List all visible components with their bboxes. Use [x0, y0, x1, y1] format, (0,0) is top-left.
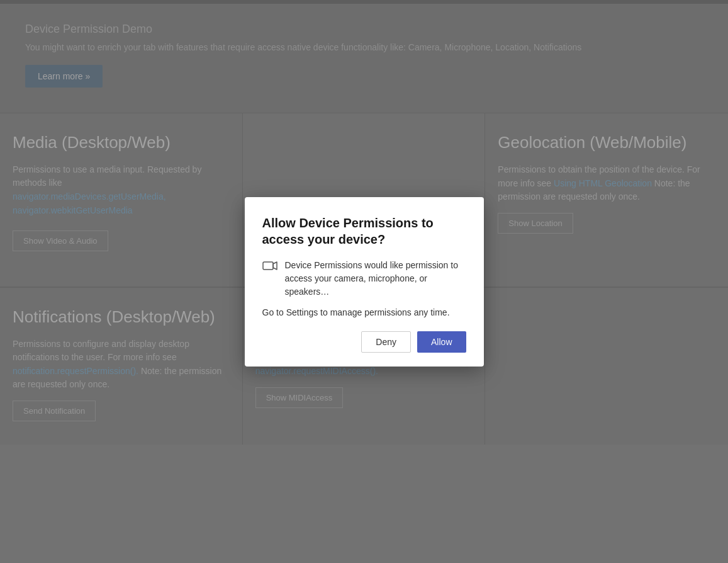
svg-marker-1 — [273, 262, 277, 270]
modal-body: Device Permissions would like permission… — [262, 259, 466, 299]
deny-button[interactable]: Deny — [361, 331, 411, 353]
allow-button[interactable]: Allow — [417, 331, 466, 353]
svg-rect-0 — [263, 262, 273, 270]
modal-body-text: Device Permissions would like permission… — [285, 259, 466, 299]
modal-buttons: Deny Allow — [262, 331, 466, 353]
modal-overlay: Allow Device Permissions to access your … — [0, 0, 728, 563]
camera-icon — [262, 260, 277, 271]
modal-title: Allow Device Permissions to access your … — [262, 215, 466, 247]
permission-modal: Allow Device Permissions to access your … — [245, 197, 484, 367]
modal-settings-text: Go to Settings to manage permissions any… — [262, 307, 466, 317]
